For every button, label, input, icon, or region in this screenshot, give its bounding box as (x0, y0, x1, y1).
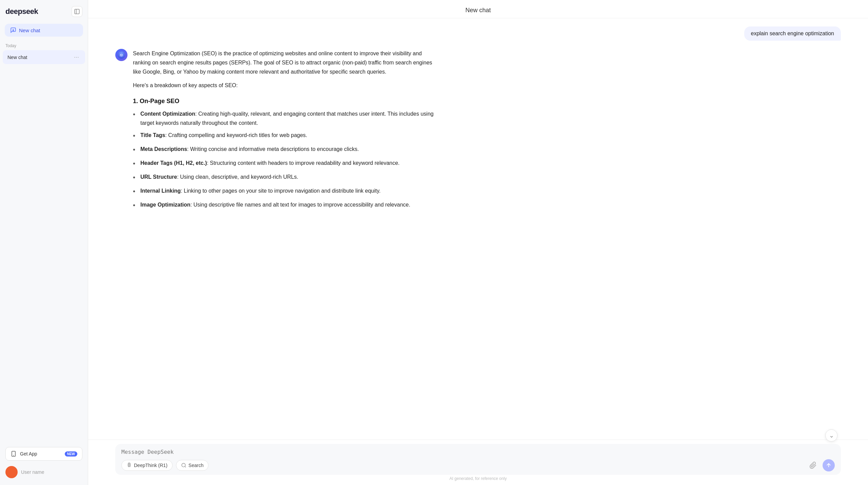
svg-point-7 (120, 54, 123, 57)
svg-point-12 (182, 463, 185, 467)
bullet-icon: • (133, 158, 138, 169)
user-message-wrapper: explain search engine optimization (88, 26, 868, 49)
ai-message-wrapper: Search Engine Optimization (SEO) is the … (88, 49, 868, 214)
input-actions-left: DeepThink (R1) Search (121, 460, 209, 471)
user-name: User name (21, 469, 44, 475)
bullet-bold: Header Tags (H1, H2, etc.) (140, 160, 207, 166)
search-label: Search (189, 463, 203, 468)
bullet-bold: Content Optimization (140, 111, 195, 117)
today-section-label: Today (0, 39, 88, 50)
chat-history-item[interactable]: New chat ··· (3, 50, 85, 64)
user-message: explain search engine optimization (744, 26, 841, 41)
bullet-bold: Image Optimization (140, 202, 191, 208)
list-item: • Image Optimization: Using descriptive … (133, 200, 438, 211)
bullet-icon: • (133, 172, 138, 183)
input-actions-right (807, 459, 835, 471)
bullet-icon: • (133, 186, 138, 197)
new-badge: NEW (65, 451, 77, 457)
main-header: New chat (88, 0, 868, 18)
svg-rect-10 (128, 463, 131, 466)
send-button[interactable] (823, 459, 835, 471)
bullet-icon: • (133, 144, 138, 155)
bullet-icon: • (133, 200, 138, 211)
bullet-text: : Writing concise and informative meta d… (187, 146, 359, 152)
list-item: • URL Structure: Using clean, descriptiv… (133, 173, 438, 183)
sidebar-bottom: Get App NEW User name (0, 442, 88, 485)
input-bottom-bar: DeepThink (R1) Search (121, 459, 835, 471)
bullets-list: • Content Optimization: Creating high-qu… (133, 110, 438, 211)
search-button[interactable]: Search (176, 460, 209, 471)
user-avatar (5, 466, 18, 478)
bullet-text: : Using descriptive file names and alt t… (191, 202, 410, 208)
bullet-icon: • (133, 130, 138, 141)
scroll-down-button[interactable]: ⌄ (825, 429, 837, 442)
bullet-bold: Meta Descriptions (140, 146, 187, 152)
sidebar-header: deepseek (0, 0, 88, 21)
svg-rect-0 (75, 9, 79, 14)
user-info: User name (5, 465, 82, 480)
list-item: • Content Optimization: Creating high-qu… (133, 110, 438, 128)
deepthink-button[interactable]: DeepThink (R1) (121, 460, 173, 471)
logo: deepseek (5, 7, 38, 16)
list-item: • Header Tags (H1, H2, etc.): Structurin… (133, 159, 438, 169)
bullet-icon: • (133, 109, 138, 120)
chat-item-more-icon[interactable]: ··· (73, 54, 80, 61)
bullet-bold: Title Tags (140, 132, 165, 138)
new-chat-button[interactable]: New chat (5, 24, 83, 37)
ai-breakdown-text: Here's a breakdown of key aspects of SEO… (133, 81, 438, 90)
message-input[interactable] (121, 449, 835, 455)
bullet-bold: Internal Linking (140, 188, 181, 194)
chat-area: explain search engine optimization (88, 18, 868, 440)
ai-response-content: Search Engine Optimization (SEO) is the … (133, 49, 438, 214)
svg-point-8 (120, 54, 121, 55)
attach-button[interactable] (807, 459, 819, 471)
bullet-text: : Using clean, descriptive, and keyword-… (177, 174, 298, 180)
svg-point-9 (122, 54, 122, 55)
deepthink-label: DeepThink (R1) (134, 463, 167, 468)
input-area: DeepThink (R1) Search (88, 440, 868, 485)
bullet-text: : Crafting compelling and keyword-rich t… (165, 132, 307, 138)
sidebar: deepseek New chat Today New chat ··· Get… (0, 0, 88, 485)
new-chat-label: New chat (19, 27, 40, 33)
main-content: New chat explain search engine optimizat… (88, 0, 868, 485)
ai-avatar (115, 49, 127, 61)
get-app-button[interactable]: Get App NEW (5, 447, 82, 461)
bullet-text: : Structuring content with headers to im… (207, 160, 399, 166)
get-app-label: Get App (20, 451, 37, 457)
list-item: • Title Tags: Crafting compelling and ke… (133, 131, 438, 141)
section1-heading: 1. On-Page SEO (133, 96, 438, 106)
input-box: DeepThink (R1) Search (115, 444, 841, 475)
chat-item-text: New chat (7, 55, 73, 60)
bullet-text: : Linking to other pages on your site to… (181, 188, 380, 194)
svg-point-11 (129, 464, 130, 465)
list-item: • Internal Linking: Linking to other pag… (133, 187, 438, 197)
toggle-sidebar-button[interactable] (72, 6, 82, 17)
disclaimer-text: AI generated, for reference only (115, 475, 841, 482)
list-item: • Meta Descriptions: Writing concise and… (133, 145, 438, 155)
ai-intro-text: Search Engine Optimization (SEO) is the … (133, 49, 438, 77)
bullet-bold: URL Structure (140, 174, 177, 180)
page-title: New chat (465, 7, 491, 14)
